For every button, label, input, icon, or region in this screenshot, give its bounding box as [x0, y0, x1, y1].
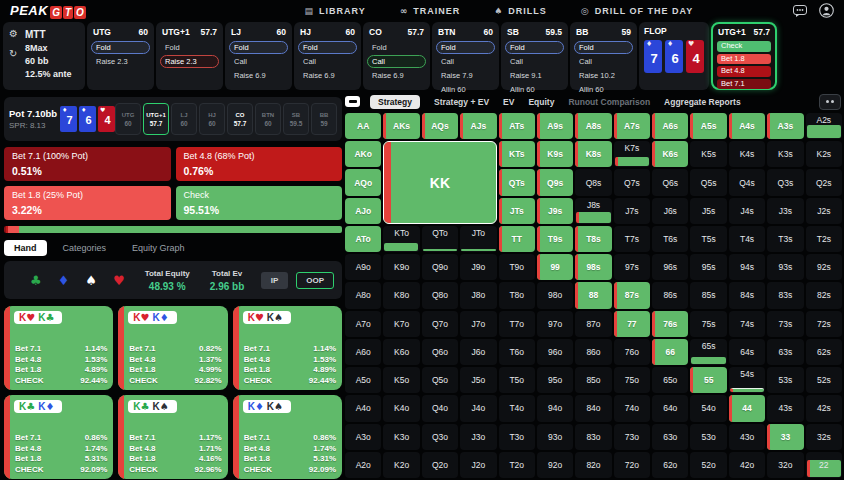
tab-categories[interactable]: Categories — [53, 240, 117, 256]
decision-action-bet-7-1[interactable]: Bet 7.1 — [717, 79, 771, 90]
oop-button[interactable]: OOP — [296, 272, 334, 289]
matrix-cell-97o[interactable]: 97o — [537, 311, 573, 337]
decision-action-bet-1-8[interactable]: Bet 1.8 — [717, 54, 771, 65]
matrix-cell-aqo[interactable]: AQo — [345, 169, 381, 195]
matrix-cell-92o[interactable]: 92o — [537, 452, 573, 478]
matrix-cell-t5s[interactable]: T5s — [690, 226, 726, 252]
seat-chip-bb[interactable]: BB59 — [311, 103, 337, 135]
matrix-cell-k7o[interactable]: K7o — [383, 311, 419, 337]
matrix-cell-t6o[interactable]: T6o — [499, 339, 535, 365]
matrix-cell-aqs[interactable]: AQs — [422, 113, 458, 139]
matrix-cell-54s[interactable]: 54s — [729, 367, 765, 393]
matrix-cell-63s[interactable]: 63s — [767, 339, 803, 365]
action-fold[interactable]: Fold — [91, 41, 150, 54]
seat-chip-hj[interactable]: HJ60 — [199, 103, 225, 135]
matrix-cell-52o[interactable]: 52o — [690, 452, 726, 478]
matrix-cell-64o[interactable]: 64o — [652, 395, 688, 421]
action-fold[interactable]: Fold — [367, 41, 426, 54]
range-view-icon[interactable] — [345, 96, 360, 107]
matrix-cell-q5o[interactable]: Q5o — [422, 367, 458, 393]
matrix-cell-a5o[interactable]: A5o — [345, 367, 381, 393]
matrix-cell-74o[interactable]: 74o — [614, 395, 650, 421]
matrix-cell-94o[interactable]: 94o — [537, 395, 573, 421]
matrix-cell-75s[interactable]: 75s — [690, 311, 726, 337]
matrix-cell-84o[interactable]: 84o — [575, 395, 611, 421]
matrix-tab-strategy-ev[interactable]: Strategy + EV — [434, 97, 489, 107]
matrix-cell-t2s[interactable]: T2s — [806, 226, 842, 252]
matrix-cell-q3s[interactable]: Q3s — [767, 169, 803, 195]
matrix-cell-73s[interactable]: 73s — [767, 311, 803, 337]
matrix-cell-32o[interactable]: 32o — [767, 452, 803, 478]
chat-icon[interactable] — [792, 3, 807, 18]
matrix-cell-73o[interactable]: 73o — [614, 424, 650, 450]
account-icon[interactable] — [819, 3, 834, 18]
matrix-cell-54o[interactable]: 54o — [690, 395, 726, 421]
heart-icon[interactable]: ♥ — [113, 273, 125, 288]
matrix-cell-a4o[interactable]: A4o — [345, 395, 381, 421]
matrix-cell-q8o[interactable]: Q8o — [422, 282, 458, 308]
matrix-cell-55[interactable]: 55 — [690, 367, 726, 393]
matrix-cell-q3o[interactable]: Q3o — [422, 424, 458, 450]
club-icon[interactable]: ♣ — [30, 273, 42, 288]
tab-hand[interactable]: Hand — [4, 240, 47, 256]
matrix-cell-92s[interactable]: 92s — [806, 254, 842, 280]
matrix-cell-j5s[interactable]: J5s — [690, 198, 726, 224]
matrix-cell-t4s[interactable]: T4s — [729, 226, 765, 252]
matrix-cell-ato[interactable]: ATo — [345, 226, 381, 252]
matrix-cell-a8o[interactable]: A8o — [345, 282, 381, 308]
matrix-cell-97s[interactable]: 97s — [614, 254, 650, 280]
matrix-cell-82o[interactable]: 82o — [575, 452, 611, 478]
matrix-cell-62s[interactable]: 62s — [806, 339, 842, 365]
strategy-button-bet-4-8-68-pot[interactable]: Bet 4.8 (68% Pot)0.76% — [176, 147, 343, 181]
matrix-cell-a4s[interactable]: A4s — [729, 113, 765, 139]
nav-item-drills[interactable]: ♠DRILLS — [494, 6, 547, 16]
matrix-cell-82s[interactable]: 82s — [806, 282, 842, 308]
peakgto-logo[interactable]: PEAK GTO — [10, 2, 86, 20]
matrix-cell-t3s[interactable]: T3s — [767, 226, 803, 252]
matrix-cell-53o[interactable]: 53o — [690, 424, 726, 450]
matrix-cell-t5o[interactable]: T5o — [499, 367, 535, 393]
matrix-cell-43s[interactable]: 43s — [767, 395, 803, 421]
matrix-cell-k3s[interactable]: K3s — [767, 141, 803, 167]
seat-chip-btn[interactable]: BTN60 — [255, 103, 281, 135]
matrix-cell-86s[interactable]: 86s — [652, 282, 688, 308]
matrix-cell-ajo[interactable]: AJo — [345, 198, 381, 224]
ip-button[interactable]: IP — [261, 272, 289, 289]
matrix-cell-q6s[interactable]: Q6s — [652, 169, 688, 195]
matrix-cell-62o[interactable]: 62o — [652, 452, 688, 478]
matrix-cell-j4s[interactable]: J4s — [729, 198, 765, 224]
action-raise-2-3[interactable]: Raise 2.3 — [160, 55, 219, 68]
action-fold[interactable]: Fold — [229, 41, 288, 54]
matrix-cell-75o[interactable]: 75o — [614, 367, 650, 393]
matrix-cell-52s[interactable]: 52s — [806, 367, 842, 393]
matrix-cell-qts[interactable]: QTs — [499, 169, 535, 195]
matrix-cell-83s[interactable]: 83s — [767, 282, 803, 308]
decision-action-check[interactable]: Check — [717, 41, 771, 52]
matrix-cell-j3s[interactable]: J3s — [767, 198, 803, 224]
matrix-cell-a3s[interactable]: A3s — [767, 113, 803, 139]
matrix-cell-k2o[interactable]: K2o — [383, 452, 419, 478]
matrix-cell-t9s[interactable]: T9s — [537, 226, 573, 252]
matrix-cell-93s[interactable]: 93s — [767, 254, 803, 280]
matrix-cell-a7o[interactable]: A7o — [345, 311, 381, 337]
spade-icon[interactable]: ♠ — [85, 273, 97, 288]
matrix-cell-96s[interactable]: 96s — [652, 254, 688, 280]
strategy-button-bet-1-8-25-pot[interactable]: Bet 1.8 (25% Pot)3.22% — [4, 186, 171, 220]
matrix-cell-k5s[interactable]: K5s — [690, 141, 726, 167]
seat-chip-utg-1[interactable]: UTG+157.7 — [143, 103, 169, 135]
matrix-cell-a3o[interactable]: A3o — [345, 424, 381, 450]
matrix-cell-j6s[interactable]: J6s — [652, 198, 688, 224]
matrix-cell-a2o[interactable]: A2o — [345, 452, 381, 478]
matrix-cell-t7s[interactable]: T7s — [614, 226, 650, 252]
matrix-cell-98s[interactable]: 98s — [575, 254, 611, 280]
action-fold[interactable]: Fold — [160, 41, 219, 54]
action-call[interactable]: Call — [298, 55, 357, 68]
matrix-cell-jto[interactable]: JTo — [460, 226, 496, 252]
matrix-cell-99[interactable]: 99 — [537, 254, 573, 280]
matrix-cell-j3o[interactable]: J3o — [460, 424, 496, 450]
matrix-cell-t8s[interactable]: T8s — [575, 226, 611, 252]
matrix-cell-ajs[interactable]: AJs — [460, 113, 496, 139]
combo-card-kk[interactable]: K♥K♦Bet 7.10.82%Bet 4.81.37%Bet 1.84.99%… — [118, 306, 227, 390]
matrix-cell-88[interactable]: 88 — [575, 282, 611, 308]
action-raise-10-2[interactable]: Raise 10.2 — [574, 69, 633, 82]
